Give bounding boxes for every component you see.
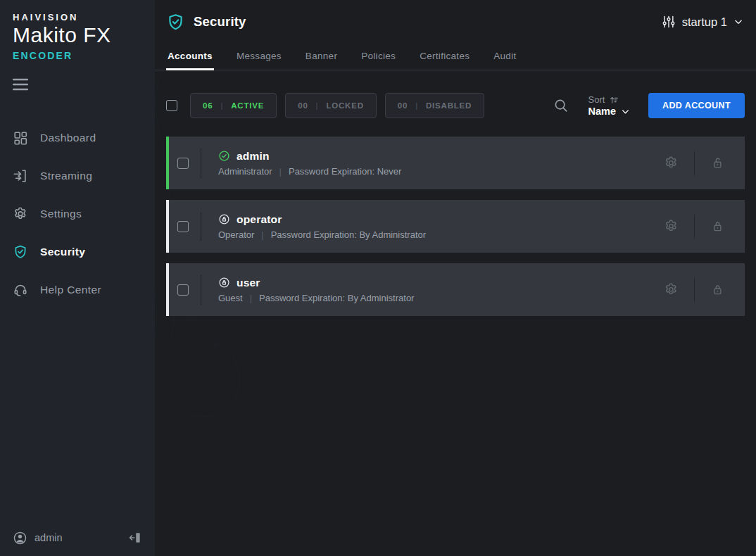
account-name: operator [237, 213, 282, 226]
filter-chip-locked[interactable]: 00 | LOCKED [285, 93, 377, 118]
row-checkbox[interactable] [177, 158, 189, 169]
row-divider [201, 149, 201, 178]
chip-separator: | [316, 101, 319, 110]
lock-open-icon[interactable] [710, 156, 725, 170]
app-logo: HAIVISION Makito FX ENCODER [0, 0, 155, 61]
chip-label: DISABLED [426, 101, 472, 110]
sort-value: Name [588, 106, 617, 117]
account-name: admin [237, 150, 270, 163]
filter-chip-disabled[interactable]: 00 | DISABLED [385, 93, 484, 118]
row-divider [201, 275, 201, 305]
account-settings-gear-icon[interactable] [664, 156, 679, 170]
row-checkbox[interactable] [177, 221, 189, 232]
field-separator: | [279, 166, 282, 177]
preset-label: startup 1 [682, 15, 727, 29]
status-filter-chips: 06 | ACTIVE 00 | LOCKED 00 | DISABLED [190, 93, 484, 118]
accounts-list: admin Administrator | Password Expiratio… [155, 137, 756, 316]
shield-check-icon [13, 244, 28, 260]
sidebar-user-bar: admin [0, 519, 155, 556]
chip-count: 00 [298, 101, 308, 110]
tab-banner[interactable]: Banner [304, 44, 339, 70]
row-status-accent [166, 137, 169, 189]
account-role: Administrator [218, 166, 272, 177]
hamburger-menu-icon[interactable] [13, 78, 28, 91]
lock-closed-icon[interactable] [710, 282, 725, 297]
filter-chip-active[interactable]: 06 | ACTIVE [190, 93, 277, 118]
preset-selector[interactable]: startup 1 [662, 15, 743, 29]
sidebar-item-streaming[interactable]: Streaming [0, 157, 155, 195]
field-separator: | [250, 293, 252, 303]
account-row-operator[interactable]: operator Operator | Password Expiration:… [166, 200, 745, 253]
account-settings-gear-icon[interactable] [664, 219, 679, 234]
tab-certificates[interactable]: Certificates [418, 44, 471, 70]
account-row-user[interactable]: user Guest | Password Expiration: By Adm… [166, 263, 745, 316]
sidebar-nav: Dashboard Streaming Settings Security [0, 119, 155, 309]
streaming-icon [13, 168, 28, 184]
page-header: Security startup 1 [155, 0, 756, 44]
logo-product-text: Makito FX [13, 23, 155, 47]
sort-label: Sort [588, 94, 605, 105]
tab-audit[interactable]: Audit [492, 44, 517, 70]
search-icon[interactable] [553, 98, 569, 113]
row-status-accent [166, 200, 169, 253]
field-separator: | [261, 229, 263, 240]
chip-count: 06 [203, 101, 213, 110]
gear-icon [13, 206, 28, 222]
row-status-accent [166, 263, 169, 316]
accounts-toolbar: 06 | ACTIVE 00 | LOCKED 00 | DISABLED [155, 93, 756, 118]
tab-messages[interactable]: Messages [235, 44, 283, 70]
chip-separator: | [220, 101, 223, 110]
security-tabs: Accounts Messages Banner Policies Certif… [155, 44, 756, 70]
account-password-expiration: Password Expiration: By Administrator [271, 229, 426, 240]
account-name: user [237, 277, 260, 289]
account-role: Operator [218, 229, 254, 240]
select-all-checkbox[interactable] [166, 100, 177, 111]
chevron-down-icon [733, 17, 743, 27]
logo-subtitle-text: ENCODER [13, 50, 155, 61]
sidebar-item-label: Streaming [40, 170, 92, 182]
status-active-check-icon [218, 150, 230, 162]
account-password-expiration: Password Expiration: Never [289, 166, 401, 177]
tab-accounts[interactable]: Accounts [166, 44, 214, 70]
sidebar-item-label: Settings [40, 208, 82, 220]
sidebar: HAIVISION Makito FX ENCODER Dashboard St… [0, 0, 155, 556]
sort-ascending-icon [609, 95, 619, 105]
sidebar-item-label: Security [40, 246, 85, 258]
sidebar-item-security[interactable]: Security [0, 233, 155, 271]
account-role: Guest [218, 293, 243, 303]
actions-divider [694, 151, 695, 175]
dashboard-icon [13, 130, 28, 146]
actions-divider [694, 215, 695, 239]
headset-icon [13, 282, 28, 298]
status-lock-circle-icon [218, 277, 230, 289]
row-checkbox[interactable] [177, 284, 189, 296]
account-password-expiration: Password Expiration: By Administrator [259, 293, 414, 303]
sort-selector[interactable]: Sort Name [588, 94, 631, 117]
app-window: HAIVISION Makito FX ENCODER Dashboard St… [0, 0, 756, 556]
status-lock-circle-icon [218, 213, 230, 225]
main-panel: Security startup 1 Accounts Messages Ban… [155, 0, 756, 556]
security-shield-icon [166, 13, 185, 32]
sidebar-item-settings[interactable]: Settings [0, 195, 155, 233]
account-settings-gear-icon[interactable] [664, 282, 679, 297]
logout-icon[interactable] [128, 531, 142, 545]
avatar-icon [13, 531, 27, 545]
page-title: Security [194, 14, 246, 30]
logo-brand-text: HAIVISION [13, 12, 155, 23]
sidebar-item-dashboard[interactable]: Dashboard [0, 119, 155, 157]
actions-divider [694, 278, 695, 302]
tab-policies[interactable]: Policies [360, 44, 397, 70]
chevron-down-icon [621, 107, 630, 116]
sidebar-item-label: Dashboard [40, 132, 96, 144]
chip-label: ACTIVE [231, 101, 264, 110]
sidebar-item-help-center[interactable]: Help Center [0, 271, 155, 309]
current-user-name: admin [34, 532, 63, 543]
row-divider [201, 212, 201, 241]
chip-separator: | [415, 101, 418, 110]
account-row-admin[interactable]: admin Administrator | Password Expiratio… [166, 137, 745, 189]
chip-label: LOCKED [326, 101, 363, 110]
add-account-button[interactable]: ADD ACCOUNT [648, 93, 745, 118]
lock-closed-icon[interactable] [710, 219, 725, 234]
sliders-icon [662, 15, 676, 29]
sidebar-item-label: Help Center [40, 284, 101, 296]
